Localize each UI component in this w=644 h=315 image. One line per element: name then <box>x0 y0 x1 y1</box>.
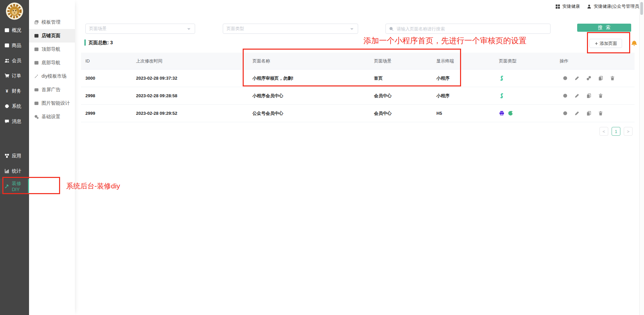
sidebar-item-messages[interactable]: 消息 <box>0 114 29 129</box>
copy-icon[interactable] <box>586 111 591 116</box>
stats-icon <box>4 168 9 174</box>
workspace-label: 安捷健康 <box>562 3 580 9</box>
diy-icon <box>4 184 9 189</box>
search-input[interactable] <box>396 26 547 32</box>
orders-icon <box>4 73 9 78</box>
cell-page-scene: 会员中心 <box>370 110 432 116</box>
cell-page-type <box>494 93 555 99</box>
submenu-item-label: diy模板市场 <box>42 73 66 79</box>
add-page-button[interactable]: 添加页面 <box>589 39 622 48</box>
column-header: 操作 <box>555 58 635 64</box>
delete-icon[interactable] <box>598 93 603 98</box>
view-icon[interactable] <box>563 76 568 81</box>
next-page-button[interactable]: > <box>624 127 633 136</box>
annotation-note-top: 添加一个小程序首页，先进行一个审核页的设置 <box>364 35 527 46</box>
search-icon <box>389 26 394 31</box>
delete-icon[interactable] <box>610 76 615 81</box>
scrollbar-thumb[interactable] <box>640 2 643 15</box>
system-icon <box>4 104 9 109</box>
delete-icon[interactable] <box>598 111 603 116</box>
edit-icon[interactable] <box>574 111 580 116</box>
edit-icon[interactable] <box>574 76 580 81</box>
scene-select[interactable]: 页面场景 <box>85 24 195 34</box>
copy-icon[interactable] <box>598 76 603 81</box>
sidebar-item-system[interactable]: 系统 <box>0 99 29 114</box>
table-header: ID上次修改时间页面名称页面场景显示终端页面类型操作 <box>81 53 635 70</box>
table-row: 29982023-02-28 09:28:58小程序会员中心会员中心小程序 <box>81 87 635 105</box>
submenu-item-shop-pages[interactable]: 店铺页面 <box>29 29 75 43</box>
submenu-item-label: 基础设置 <box>42 114 60 120</box>
cell-page-name: 公众号会员中心 <box>248 110 370 116</box>
grid-icon <box>555 4 560 9</box>
column-header: 页面名称 <box>248 58 370 64</box>
sidebar-item-label: 财务 <box>12 88 21 94</box>
sidebar-item-diy[interactable]: 装修DIY <box>0 179 29 194</box>
sidebar-item-finance[interactable]: ¥财务 <box>0 83 29 99</box>
sidebar-item-label: 系统 <box>12 103 21 109</box>
submenu-item-template-manage[interactable]: 模板管理 <box>29 16 75 29</box>
submenu-item-bottom-nav[interactable]: 底部导航 <box>29 56 75 70</box>
sidebar-item-goods[interactable]: 商品 <box>0 38 29 53</box>
shop-page-icon <box>34 33 39 38</box>
message-icon <box>4 119 9 124</box>
link-icon[interactable] <box>586 76 591 81</box>
alarm-icon[interactable] <box>631 40 637 46</box>
page-1-button[interactable]: 1 <box>612 127 620 136</box>
edit-icon[interactable] <box>574 93 580 98</box>
cell-actions <box>555 76 635 81</box>
cell-actions <box>555 93 635 98</box>
scene-select-placeholder: 页面场景 <box>89 26 107 32</box>
scrollbar[interactable] <box>639 0 644 315</box>
submenu-item-label: 顶部导航 <box>42 46 60 52</box>
submenu-item-basic-settings[interactable]: 基础设置 <box>29 110 75 124</box>
diy-market-icon <box>34 74 39 79</box>
type-select[interactable]: 页面类型 <box>223 24 358 34</box>
search-box <box>385 24 551 34</box>
sidebar-item-members[interactable]: 会员 <box>0 53 29 68</box>
pagination: < 1 > <box>599 127 633 136</box>
table-body: 30002023-02-28 09:37:32小程序审核页，勿删!首页小程序29… <box>81 70 635 122</box>
workspace-switcher[interactable]: 安捷健康 <box>555 3 580 9</box>
submenu-item-image-design[interactable]: 图片智能设计 <box>29 97 75 110</box>
copy-icon[interactable] <box>586 93 591 98</box>
settings-icon <box>34 114 39 119</box>
sidebar-item-label: 会员 <box>12 58 21 64</box>
printer-icon <box>499 110 505 116</box>
sidebar-item-label: 订单 <box>12 73 21 79</box>
cell-id: 3000 <box>81 76 132 81</box>
members-icon <box>4 58 9 63</box>
prev-page-button[interactable]: < <box>599 127 608 136</box>
account-menu[interactable]: 安捷健康(公众号管理员) <box>587 3 641 9</box>
cell-terminal: H5 <box>432 111 494 116</box>
goods-icon <box>4 43 9 48</box>
cell-modified-time: 2023-02-28 09:37:32 <box>132 76 248 81</box>
search-button[interactable]: 搜索 <box>577 24 631 32</box>
table-row: 30002023-02-28 09:37:32小程序审核页，勿删!首页小程序 <box>81 70 635 87</box>
column-header: ID <box>81 58 132 63</box>
sidebar-item-label: 商品 <box>12 43 21 49</box>
cell-modified-time: 2023-02-28 09:28:58 <box>132 93 248 98</box>
banner-ad-icon <box>34 87 39 92</box>
view-icon[interactable] <box>563 93 568 98</box>
submenu-item-splash-ad[interactable]: 首屏广告 <box>29 83 75 97</box>
view-icon[interactable] <box>563 111 568 116</box>
sidebar-item-overview[interactable]: 概况 <box>0 23 29 38</box>
cell-id: 2998 <box>81 93 132 98</box>
sidebar-item-stats[interactable]: 统计 <box>0 163 29 179</box>
user-icon <box>587 4 592 9</box>
submenu-item-diy-market[interactable]: diy模板市场 <box>29 70 75 83</box>
sidebar-item-label: 统计 <box>12 168 21 174</box>
apps-icon <box>4 153 9 158</box>
table-row: 29992023-02-28 09:29:52公众号会员中心会员中心H5 <box>81 105 635 122</box>
sidebar-item-orders[interactable]: 订单 <box>0 68 29 83</box>
sidebar-item-apps[interactable]: 应用 <box>0 148 29 163</box>
template-manage-icon <box>34 20 39 25</box>
sidebar-item-label: 消息 <box>12 119 21 125</box>
submenu-item-top-nav[interactable]: 顶部导航 <box>29 43 75 56</box>
cell-terminal: 小程序 <box>432 93 494 99</box>
column-header: 页面类型 <box>494 58 555 64</box>
page-total: 页面总数: 3 <box>84 40 113 46</box>
column-header: 页面场景 <box>370 58 432 64</box>
miniprogram-icon <box>499 75 505 81</box>
miniprogram-icon <box>499 93 505 99</box>
